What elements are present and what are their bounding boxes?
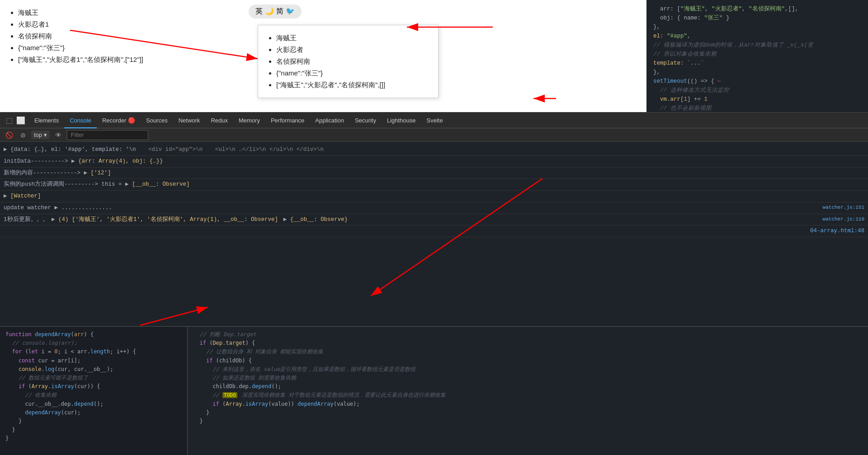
file-ref-2[interactable]: 04-array.html:48 <box>810 228 864 234</box>
popup-list-item: ["海贼王","火影忍者","名侦探柯南",[]] <box>276 79 429 91</box>
list-item: {"name":"张三"} <box>18 42 149 54</box>
tab-security[interactable]: Security <box>349 113 382 128</box>
tab-application[interactable]: Application <box>310 113 349 128</box>
bottom-left-code: function dependArray(arr) { // console.l… <box>0 326 188 455</box>
list-item: ["海贼王","火影忍者1","名侦探柯南",["12"]] <box>18 54 149 66</box>
console-line: ▶ [Watcher] <box>0 191 868 202</box>
console-line: 04-array.html:48 <box>0 225 868 237</box>
expand-arrow[interactable]: ▶ <box>4 146 7 153</box>
popup-list-item: {"name":"张三"} <box>276 67 429 79</box>
toolbar-btn-moon[interactable]: 🌙 <box>265 7 274 16</box>
console-line: 新增的内容-------------> ▶ ['12'] <box>0 168 868 179</box>
list-item: 名侦探柯南 <box>18 30 149 42</box>
console-line: initData----------> ▶ {arr: Array(4), ob… <box>0 156 868 168</box>
expand-arrow[interactable]: ▶ <box>4 193 7 199</box>
mobile-icon[interactable]: ⬜ <box>16 116 25 125</box>
popup-list-item: 名侦探柯南 <box>276 56 429 67</box>
top-toolbar: 英 🌙 简 🐦 <box>249 5 302 19</box>
tab-performance[interactable]: Performance <box>265 113 310 128</box>
devtools-tabs-bar: ⬚ ⬜ Elements Console Recorder 🔴 Sources … <box>0 113 868 128</box>
bottom-right-code: // 判断 Dep.target if (Dep.target) { // 让数… <box>188 326 868 455</box>
list-item: 海贼王 <box>18 7 149 19</box>
cursor-icon[interactable]: ⬚ <box>6 116 13 125</box>
file-ref[interactable]: watcher.js:151 <box>823 204 864 211</box>
bottom-right-code-content: // 判断 Dep.target if (Dep.target) { // 让数… <box>193 330 863 426</box>
toolbar-btn-jian[interactable]: 简 <box>276 7 283 16</box>
popup-list-item: 海贼王 <box>276 32 429 44</box>
file-ref[interactable]: watcher.js:110 <box>823 216 864 223</box>
tab-console[interactable]: Console <box>64 113 97 128</box>
toolbar-btn-ying[interactable]: 英 <box>255 7 263 16</box>
list-item: 火影忍者1 <box>18 19 149 30</box>
toolbar-btn-bird[interactable]: 🐦 <box>286 7 295 16</box>
popup-list-item: 火影忍者 <box>276 44 429 56</box>
bottom-panels: function dependArray(arr) { // console.l… <box>0 326 868 455</box>
expand-arrow[interactable]: ▶ <box>71 158 75 164</box>
eye-btn[interactable]: 👁 <box>53 131 63 140</box>
tab-svelte[interactable]: Svelte <box>421 113 448 128</box>
context-selector[interactable]: top ▾ <box>31 131 50 139</box>
expand-arrow[interactable]: ▶ <box>84 170 88 176</box>
tab-redux[interactable]: Redux <box>205 113 233 128</box>
tab-elements[interactable]: Elements <box>29 113 64 128</box>
devtools-icon-group: ⬚ ⬜ <box>2 116 29 125</box>
console-toolbar: 🚫 ⊘ top ▾ 👁 <box>0 128 868 142</box>
tab-sources[interactable]: Sources <box>141 113 173 128</box>
tab-memory[interactable]: Memory <box>233 113 265 128</box>
expand-arrow[interactable]: ▶ <box>52 216 55 223</box>
expand-arrow[interactable]: ▶ <box>283 216 287 223</box>
expand-arrow[interactable]: ▶ <box>125 181 129 188</box>
expand-arrow[interactable]: ▶ <box>55 205 58 211</box>
console-line: 1秒后更新。。。 ▶ (4) ['海贼王', '火影忍者1', '名侦探柯南',… <box>0 214 868 226</box>
left-list: 海贼王 火影忍者1 名侦探柯南 {"name":"张三"} ["海贼王","火影… <box>0 0 158 112</box>
tab-network[interactable]: Network <box>173 113 206 128</box>
center-popup: 海贼王 火影忍者 名侦探柯南 {"name":"张三"} ["海贼王","火影忍… <box>258 25 439 98</box>
tab-recorder[interactable]: Recorder 🔴 <box>97 113 141 128</box>
console-filter-input[interactable] <box>67 130 148 140</box>
clear-console-btn[interactable]: 🚫 <box>4 131 15 140</box>
hide-messages-btn[interactable]: ⊘ <box>19 131 28 140</box>
console-line: ▶ {data: {…}, el: '#app', template: '\n … <box>0 144 868 156</box>
bottom-left-code-content: function dependArray(arr) { // console.l… <box>5 330 182 443</box>
console-line: 实例的push方法调调阅---------> this = ▶ [__ob__:… <box>0 179 868 191</box>
console-line: update watcher ▶ ............... watcher… <box>0 202 868 214</box>
tab-lighthouse[interactable]: Lighthouse <box>382 113 421 128</box>
